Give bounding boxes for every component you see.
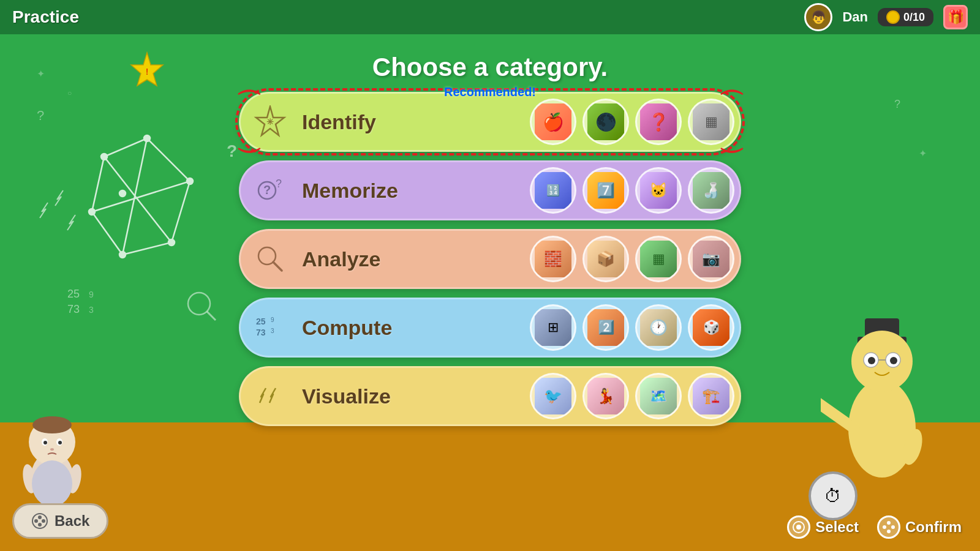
svg-point-53 [868,357,875,364]
visualize-label: Visualize [302,384,437,408]
svg-text:✳: ✳ [266,117,274,127]
analyze-thumb-4: 📷 [688,236,734,282]
category-identify[interactable]: Recommended! ⌒ ⌒ ⌒ ⌒ ✳ Identify 🍎 🌑 [239,92,741,152]
category-analyze[interactable]: Analyze 🧱 📦 ▦ 📷 [239,229,741,289]
identify-label: Identify [302,110,437,134]
bracket-tl: ⌒ [236,90,262,116]
svg-point-68 [887,530,891,533]
compute-icon: 25 73 9 3 [251,308,290,347]
coin-icon [886,10,900,24]
analyze-label: Analyze [302,247,437,271]
category-list: Recommended! ⌒ ⌒ ⌒ ⌒ ✳ Identify 🍎 🌑 [239,92,741,426]
character-kid [12,381,92,515]
svg-text:3: 3 [271,328,274,334]
svg-point-69 [883,525,886,529]
svg-point-62 [42,519,45,523]
svg-point-50 [851,331,913,392]
svg-point-43 [50,448,54,451]
memorize-thumb-3: 🐱 [635,167,682,214]
choose-title: Choose a category. [372,53,608,82]
visualize-thumbnails: 🐦 💃 🗺️ 🏗️ [530,373,734,419]
memorize-thumbnails: 🔢 7️⃣ 🐱 🍶 [530,167,734,214]
gift-icon[interactable]: 🎁 [943,5,968,29]
bracket-bl: ⌒ [236,128,262,154]
back-label: Back [55,512,89,530]
select-action: Select [787,515,859,539]
svg-text:?: ? [263,183,271,197]
visualize-icon [251,377,290,416]
analyze-thumbnails: 🧱 📦 ▦ 📷 [530,236,734,282]
memorize-thumb-1: 🔢 [530,167,576,214]
compute-thumb-3: 🕐 [635,304,682,351]
visualize-thumb-4: 🏗️ [688,373,734,419]
svg-point-54 [890,357,897,364]
visualize-thumb-2: 💃 [582,373,629,419]
confirm-action[interactable]: Confirm [877,515,962,539]
svg-point-65 [796,525,801,530]
svg-point-61 [38,515,42,519]
identify-thumb-1: 🍎 [530,99,576,145]
svg-text:73: 73 [256,328,266,337]
select-label: Select [815,519,859,536]
compute-thumb-1: ⊞ [530,304,576,351]
identify-thumb-4: ▦ [688,99,734,145]
memorize-thumb-2: 7️⃣ [582,167,629,214]
category-visualize[interactable]: Visualize 🐦 💃 🗺️ 🏗️ [239,366,741,426]
visualize-thumb-1: 🐦 [530,373,576,419]
identify-thumbnails: 🍎 🌑 ❓ ▦ [530,99,734,145]
memorize-label: Memorize [302,179,437,203]
visualize-thumb-3: 🗺️ [635,373,682,419]
identify-thumb-2: 🌑 [582,99,629,145]
svg-text:9: 9 [271,317,274,323]
svg-text:25: 25 [256,317,266,326]
svg-point-38 [32,416,72,433]
confirm-icon [877,515,900,539]
compute-thumbnails: ⊞ 2️⃣ 🕐 🎲 [530,304,734,351]
memorize-thumb-4: 🍶 [688,167,734,214]
svg-line-56 [821,392,854,429]
coin-bar: 0/10 [878,8,933,26]
recommended-badge: Recommended! [444,85,536,99]
svg-point-67 [891,525,895,529]
avatar: 👦 [804,3,832,31]
memorize-icon: ? ? [251,171,290,210]
back-icon [31,512,48,530]
analyze-icon [251,239,290,279]
svg-point-63 [38,523,42,527]
confirm-label: Confirm [905,519,962,536]
compute-thumb-4: 🎲 [688,304,734,351]
svg-point-41 [43,441,47,444]
compute-label: Compute [302,316,437,340]
avatar-emoji: 👦 [811,10,826,24]
svg-point-46 [32,460,72,507]
analyze-thumb-3: ▦ [635,236,682,282]
select-icon [787,515,810,539]
bottom-actions: Select Confirm [787,515,962,539]
character-teacher [821,306,943,490]
bottom-bar: Back Select Confirm [12,503,962,539]
svg-point-66 [887,521,891,525]
svg-point-42 [58,441,62,444]
svg-point-60 [34,519,38,523]
svg-text:?: ? [276,178,282,190]
coin-count: 0/10 [903,11,925,24]
header: Practice 👦 Dan 0/10 🎁 [0,0,980,34]
analyze-thumb-1: 🧱 [530,236,576,282]
identify-thumb-3: ❓ [635,99,682,145]
category-memorize[interactable]: ? ? Memorize 🔢 7️⃣ 🐱 🍶 [239,160,741,220]
username: Dan [842,9,868,25]
page-title: Practice [12,7,79,27]
svg-line-31 [273,262,282,271]
compute-thumb-2: 2️⃣ [582,304,629,351]
analyze-thumb-2: 📦 [582,236,629,282]
category-compute[interactable]: 25 73 9 3 Compute ⊞ 2️⃣ 🕐 🎲 [239,298,741,358]
back-button[interactable]: Back [12,503,108,539]
